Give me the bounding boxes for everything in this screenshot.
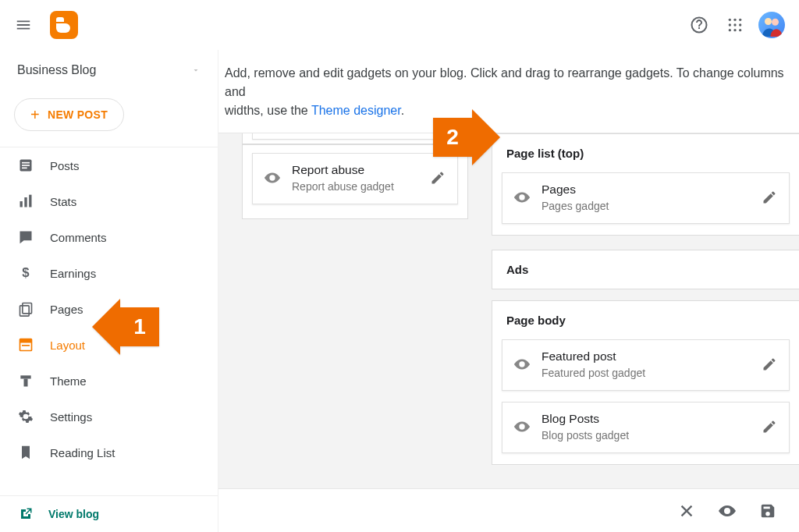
section-page-list-top: Page list (top) Pages Pages gadget bbox=[492, 133, 799, 236]
gadget-title: Pages bbox=[542, 183, 750, 197]
close-icon[interactable] bbox=[677, 502, 696, 520]
layout-left-column: Report abuse Report abuse gadget bbox=[218, 133, 468, 532]
main-content: Add, remove and edit gadgets on your blo… bbox=[218, 50, 799, 532]
gadget-title: Featured post bbox=[542, 349, 750, 364]
preview-icon[interactable] bbox=[718, 502, 737, 520]
gadget-report-abuse[interactable]: Report abuse Report abuse gadget bbox=[252, 153, 458, 204]
layout-right-column: Page list (top) Pages Pages gadget Ads bbox=[492, 133, 799, 532]
bottom-action-bar bbox=[218, 488, 799, 532]
sidebar-item-settings[interactable]: Settings bbox=[0, 399, 218, 434]
gadget-subtitle: Pages gadget bbox=[542, 200, 750, 212]
theme-icon bbox=[17, 372, 34, 389]
svg-rect-16 bbox=[20, 201, 23, 207]
svg-point-2 bbox=[733, 19, 736, 21]
pencil-icon[interactable] bbox=[429, 170, 446, 186]
gadget-subtitle: Report abuse gadget bbox=[292, 180, 418, 193]
sidebar-item-label: Comments bbox=[50, 231, 107, 244]
section-page-body: Page body Featured post Featured post ga… bbox=[492, 300, 799, 465]
sidebar-item-stats[interactable]: Stats bbox=[0, 183, 218, 219]
gadget-featured-post[interactable]: Featured post Featured post gadget bbox=[502, 339, 790, 391]
svg-rect-15 bbox=[22, 168, 27, 169]
posts-icon bbox=[17, 157, 34, 174]
gadget-pages[interactable]: Pages Pages gadget bbox=[502, 172, 790, 224]
visibility-icon bbox=[513, 356, 531, 373]
comments-icon bbox=[17, 229, 34, 246]
open-external-icon bbox=[17, 507, 34, 521]
nav: Posts Stats Comments $ Earnings Pages La… bbox=[0, 147, 218, 495]
blogger-logo[interactable] bbox=[50, 11, 78, 39]
intro-line-1: Add, remove and edit gadgets on your blo… bbox=[225, 66, 784, 98]
svg-rect-21 bbox=[20, 306, 30, 316]
chevron-down-icon bbox=[191, 66, 201, 75]
svg-rect-17 bbox=[24, 197, 27, 207]
new-post-label: NEW POST bbox=[48, 108, 108, 121]
sidebar-item-label: Reading List bbox=[50, 446, 115, 459]
theme-designer-link[interactable]: Theme designer bbox=[311, 104, 401, 117]
gadget-title: Report abuse bbox=[292, 163, 418, 177]
view-blog-link[interactable]: View blog bbox=[0, 495, 218, 532]
settings-icon bbox=[17, 408, 34, 425]
pencil-icon[interactable] bbox=[761, 419, 778, 434]
svg-rect-13 bbox=[22, 162, 30, 164]
svg-text:$: $ bbox=[22, 265, 30, 280]
svg-rect-24 bbox=[22, 345, 30, 346]
visibility-icon bbox=[513, 418, 531, 435]
svg-rect-18 bbox=[29, 195, 31, 207]
sidebar-item-comments[interactable]: Comments bbox=[0, 219, 218, 255]
sidebar-item-reading-list[interactable]: Reading List bbox=[0, 434, 218, 470]
sidebar-item-posts[interactable]: Posts bbox=[0, 147, 218, 183]
svg-point-3 bbox=[739, 19, 741, 21]
sidebar-item-label: Layout bbox=[50, 339, 85, 352]
gadget-subtitle: Featured post gadget bbox=[542, 367, 750, 379]
intro-line-2a: widths, use the bbox=[225, 104, 311, 117]
gadget-partial-top bbox=[242, 133, 468, 144]
section-header: Page body bbox=[492, 301, 799, 332]
svg-point-11 bbox=[772, 19, 779, 26]
earnings-icon: $ bbox=[17, 264, 34, 282]
section-header: Page list (top) bbox=[492, 134, 799, 165]
pages-icon bbox=[17, 300, 34, 317]
svg-rect-25 bbox=[24, 379, 28, 387]
sidebar-item-label: Stats bbox=[50, 195, 76, 208]
gadget-blog-posts[interactable]: Blog Posts Blog posts gadget bbox=[502, 402, 790, 453]
menu-icon[interactable] bbox=[14, 16, 33, 34]
gadget-section-left: Report abuse Report abuse gadget bbox=[242, 144, 468, 219]
intro-text: Add, remove and edit gadgets on your blo… bbox=[218, 50, 799, 133]
sidebar-item-label: Posts bbox=[50, 159, 80, 172]
visibility-icon bbox=[264, 169, 281, 186]
new-post-button[interactable]: + NEW POST bbox=[14, 98, 124, 131]
svg-rect-20 bbox=[23, 303, 32, 314]
gadget-subtitle: Blog posts gadget bbox=[542, 429, 750, 442]
visibility-icon bbox=[513, 189, 531, 206]
svg-point-4 bbox=[729, 23, 731, 26]
apps-grid-icon[interactable] bbox=[719, 9, 751, 41]
blog-selector[interactable]: Business Blog bbox=[0, 50, 218, 90]
sidebar-item-label: Settings bbox=[50, 410, 92, 424]
section-header: Ads bbox=[506, 263, 528, 276]
sidebar-item-label: Theme bbox=[50, 374, 87, 388]
pencil-icon[interactable] bbox=[761, 356, 778, 372]
reading-list-icon bbox=[17, 444, 34, 461]
sidebar-item-earnings[interactable]: $ Earnings bbox=[0, 255, 218, 291]
sidebar-item-label: Earnings bbox=[50, 267, 96, 280]
svg-rect-23 bbox=[20, 339, 32, 343]
plus-icon: + bbox=[30, 107, 40, 122]
svg-point-5 bbox=[733, 23, 736, 26]
help-icon[interactable] bbox=[684, 9, 715, 41]
view-blog-label: View blog bbox=[48, 508, 99, 520]
blog-name: Business Blog bbox=[17, 63, 96, 77]
pencil-icon[interactable] bbox=[761, 190, 778, 205]
layout-icon bbox=[17, 336, 34, 353]
sidebar-item-layout[interactable]: Layout bbox=[0, 327, 218, 363]
layout-canvas: Report abuse Report abuse gadget Page li… bbox=[218, 133, 799, 532]
intro-line-2b: . bbox=[401, 104, 404, 117]
svg-point-10 bbox=[765, 18, 772, 25]
sidebar-item-pages[interactable]: Pages bbox=[0, 291, 218, 327]
save-icon[interactable] bbox=[758, 502, 777, 520]
sidebar: Business Blog + NEW POST Posts Stats Com… bbox=[0, 50, 218, 532]
account-avatar[interactable] bbox=[758, 12, 785, 38]
gadget-title: Blog Posts bbox=[542, 412, 750, 426]
section-ads: Ads bbox=[492, 250, 799, 289]
svg-point-1 bbox=[729, 19, 731, 21]
sidebar-item-theme[interactable]: Theme bbox=[0, 363, 218, 399]
